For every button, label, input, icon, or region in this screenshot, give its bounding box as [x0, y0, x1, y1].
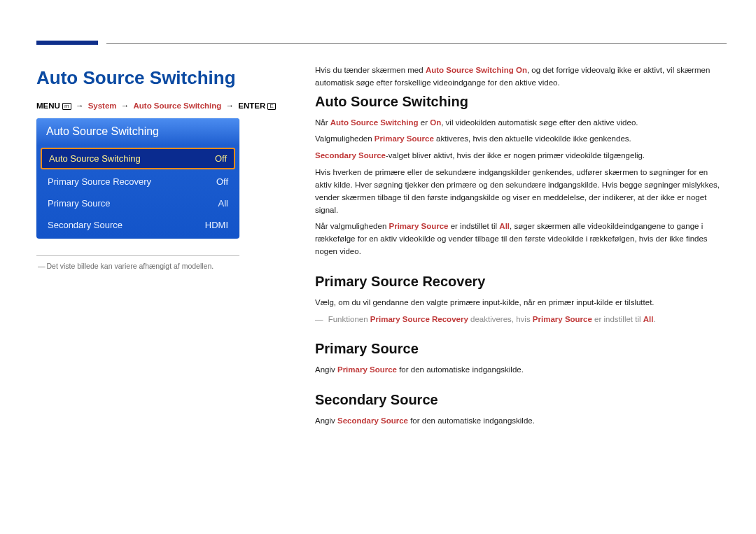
enter-label: ENTER	[238, 101, 265, 110]
body-text: Når valgmuligheden Primary Source er ind…	[315, 220, 720, 258]
breadcrumb-system: System	[88, 101, 117, 110]
osd-header: Auto Source Switching	[36, 118, 239, 145]
enter-icon: E	[267, 103, 275, 110]
section-heading-primary-source-recovery: Primary Source Recovery	[315, 274, 720, 290]
body-text: Vælg, om du vil gendanne den valgte prim…	[315, 297, 720, 309]
osd-row-label: Auto Source Switching	[49, 153, 141, 164]
intro-paragraph: Hvis du tænder skærmen med Auto Source S…	[315, 64, 720, 90]
note-text: Funktionen Primary Source Recovery deakt…	[315, 314, 720, 326]
image-disclaimer-footnote: Det viste billede kan variere afhængigt …	[38, 262, 281, 270]
osd-row-label: Primary Source	[48, 198, 111, 209]
osd-row-label: Secondary Source	[48, 220, 122, 230]
osd-row-value: HDMI	[205, 220, 228, 230]
top-rule	[36, 35, 720, 49]
page-title: Auto Source Switching	[36, 67, 281, 89]
osd-row-value: All	[218, 198, 228, 209]
body-text: Når Auto Source Switching er On, vil vid…	[315, 117, 720, 129]
body-text: Secondary Source-valget bliver aktivt, h…	[315, 150, 720, 162]
osd-row-secondary-source[interactable]: Secondary Source HDMI	[36, 214, 239, 239]
section-heading-secondary-source: Secondary Source	[315, 392, 720, 408]
breadcrumb-item: Auto Source Switching	[133, 101, 221, 110]
osd-row-value: Off	[215, 153, 227, 164]
osd-row-auto-source-switching[interactable]: Auto Source Switching Off	[41, 148, 235, 169]
osd-row-primary-source-recovery[interactable]: Primary Source Recovery Off	[36, 171, 239, 192]
osd-row-primary-source[interactable]: Primary Source All	[36, 192, 239, 214]
section-heading-auto-source-switching: Auto Source Switching	[315, 94, 720, 110]
section-heading-primary-source: Primary Source	[315, 341, 720, 357]
osd-row-value: Off	[216, 176, 228, 187]
left-column: Auto Source Switching MENU m → System → …	[36, 67, 281, 432]
menu-icon: m	[62, 103, 71, 110]
menu-label: MENU	[36, 101, 60, 110]
body-text: Angiv Secondary Source for den automatis…	[315, 415, 720, 428]
osd-row-label: Primary Source Recovery	[48, 176, 151, 187]
divider	[36, 255, 239, 256]
body-text: Hvis hverken de primære eller de sekundæ…	[315, 167, 720, 216]
right-column: Hvis du tænder skærmen med Auto Source S…	[315, 67, 720, 432]
body-text: Valgmuligheden Primary Source aktiveres,…	[315, 133, 720, 146]
manual-page: Auto Source Switching MENU m → System → …	[0, 0, 756, 432]
body-text: Angiv Primary Source for den automatiske…	[315, 364, 720, 377]
osd-panel: Auto Source Switching Auto Source Switch…	[36, 118, 239, 239]
breadcrumb: MENU m → System → Auto Source Switching …	[36, 101, 281, 110]
